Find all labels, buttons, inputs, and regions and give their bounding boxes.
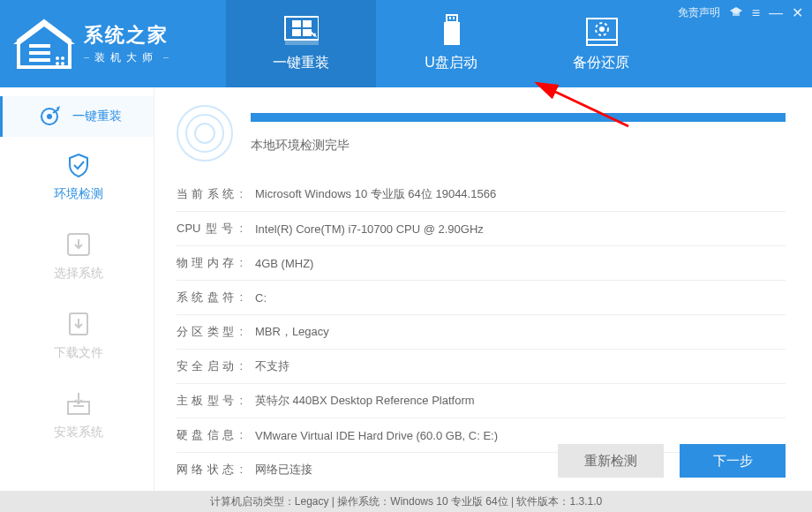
svg-rect-21 [587, 40, 617, 45]
progress-block: 本地环境检测完毕 [177, 105, 786, 162]
info-value: 不支持 [255, 358, 289, 374]
info-value: C: [255, 291, 267, 305]
status-bar: 计算机启动类型：Legacy | 操作系统：Windows 10 专业版 64位… [0, 491, 812, 512]
tab-label: U盘启动 [425, 54, 477, 72]
svg-rect-32 [73, 405, 84, 407]
info-value: Microsoft Windows 10 专业版 64位 19044.1566 [255, 186, 496, 202]
info-label: 硬盘信息 [177, 427, 243, 443]
info-value: Intel(R) Core(TM) i7-10700 CPU @ 2.90GHz [255, 222, 484, 236]
sidebar: 一键重装 环境检测 选择系统 下载文件 安装系统 [0, 87, 154, 491]
body-area: 一键重装 环境检测 选择系统 下载文件 安装系统 [0, 87, 812, 491]
svg-point-8 [61, 62, 64, 65]
svg-rect-9 [285, 17, 319, 40]
info-value: VMware Virtual IDE Hard Drive (60.0 GB, … [255, 429, 498, 442]
window-controls: 免责声明 ≡ — ✕ [678, 5, 803, 20]
select-icon [64, 230, 93, 259]
divider [177, 418, 786, 418]
divider [177, 211, 786, 212]
svg-point-23 [599, 26, 605, 32]
svg-rect-3 [29, 51, 50, 55]
tab-label: 备份还原 [573, 54, 629, 72]
tab-backup-restore[interactable]: 备份还原 [526, 0, 676, 87]
sidebar-item-select-system[interactable]: 选择系统 [0, 216, 154, 296]
logo-text: 系统之家 装机大师 [84, 22, 169, 65]
disclaimer-link[interactable]: 免责声明 [678, 5, 720, 20]
sidebar-item-install[interactable]: 安装系统 [0, 375, 154, 455]
svg-point-6 [61, 56, 64, 60]
target-icon [35, 102, 64, 131]
svg-rect-12 [303, 20, 312, 27]
svg-rect-17 [449, 17, 451, 19]
info-label: 分区类型 [177, 324, 243, 340]
svg-point-27 [47, 114, 52, 119]
minimize-button[interactable]: — [769, 6, 783, 20]
tab-label: 一键重装 [273, 54, 329, 72]
sidebar-item-reinstall[interactable]: 一键重装 [0, 96, 154, 137]
info-label: 主板型号 [177, 393, 243, 409]
info-label: 网络状态 [177, 462, 243, 478]
info-label: 安全启动 [177, 358, 243, 374]
download-icon [64, 310, 93, 338]
system-info-list: 当前系统Microsoft Windows 10 专业版 64位 19044.1… [177, 179, 786, 485]
brand-subtitle: 装机大师 [84, 50, 169, 65]
close-button[interactable]: ✕ [792, 6, 803, 20]
svg-point-7 [56, 62, 59, 65]
tab-usb-boot[interactable]: U盘启动 [376, 0, 526, 87]
house-logo-icon [13, 18, 75, 71]
brand-title: 系统之家 [84, 22, 169, 49]
info-value: 网络已连接 [255, 462, 312, 478]
info-label: CPU型号 [177, 221, 243, 237]
svg-rect-19 [444, 22, 460, 45]
svg-rect-13 [292, 29, 301, 36]
divider [177, 245, 786, 246]
logo-area: 系统之家 装机大师 [0, 0, 182, 87]
divider [177, 314, 786, 315]
sidebar-label: 下载文件 [54, 345, 103, 361]
info-row: 安全启动不支持 [177, 351, 786, 381]
main-panel: 本地环境检测完毕 当前系统Microsoft Windows 10 专业版 64… [154, 87, 812, 491]
info-row: 主板型号英特尔 440BX Desktop Reference Platform [177, 386, 786, 416]
windows-icon [283, 15, 319, 47]
info-row: 当前系统Microsoft Windows 10 专业版 64位 19044.1… [177, 179, 786, 209]
svg-rect-4 [29, 58, 50, 62]
info-label: 系统盘符 [177, 290, 243, 305]
info-label: 当前系统 [177, 186, 243, 202]
svg-marker-1 [13, 21, 75, 44]
svg-rect-25 [733, 12, 740, 16]
divider [177, 280, 786, 281]
install-icon [64, 389, 93, 418]
sidebar-label: 环境检测 [54, 186, 103, 202]
svg-rect-18 [453, 17, 455, 19]
footer-text: 计算机启动类型：Legacy | 操作系统：Windows 10 专业版 64位… [210, 494, 602, 509]
menu-icon[interactable]: ≡ [752, 6, 760, 20]
sidebar-item-download[interactable]: 下载文件 [0, 296, 154, 375]
info-row: CPU型号Intel(R) Core(TM) i7-10700 CPU @ 2.… [177, 214, 786, 244]
shield-check-icon [64, 151, 93, 179]
top-nav: 一键重装 U盘启动 备份还原 [226, 0, 676, 87]
recheck-button[interactable]: 重新检测 [558, 444, 664, 478]
next-button[interactable]: 下一步 [680, 444, 786, 478]
graduation-icon[interactable] [729, 5, 743, 20]
svg-rect-2 [29, 44, 50, 48]
sidebar-label: 选择系统 [54, 266, 103, 282]
sidebar-item-env-check[interactable]: 环境检测 [0, 137, 154, 216]
progress-bar [251, 113, 786, 122]
svg-point-5 [56, 56, 59, 60]
sidebar-label: 一键重装 [72, 109, 122, 124]
svg-rect-11 [292, 20, 301, 27]
divider [177, 349, 786, 350]
restore-icon [583, 15, 619, 47]
svg-rect-16 [447, 15, 457, 22]
info-value: MBR，Legacy [255, 324, 329, 340]
tab-reinstall[interactable]: 一键重装 [226, 0, 376, 87]
button-row: 重新检测 下一步 [558, 444, 786, 478]
radar-icon [177, 105, 233, 162]
info-value: 4GB (MHZ) [255, 257, 313, 270]
info-row: 分区类型MBR，Legacy [177, 317, 786, 347]
divider [177, 383, 786, 384]
usb-icon [433, 15, 469, 47]
sidebar-label: 安装系统 [54, 425, 103, 440]
svg-rect-14 [303, 29, 312, 36]
info-row: 物理内存4GB (MHZ) [177, 248, 786, 278]
svg-rect-10 [285, 40, 319, 45]
